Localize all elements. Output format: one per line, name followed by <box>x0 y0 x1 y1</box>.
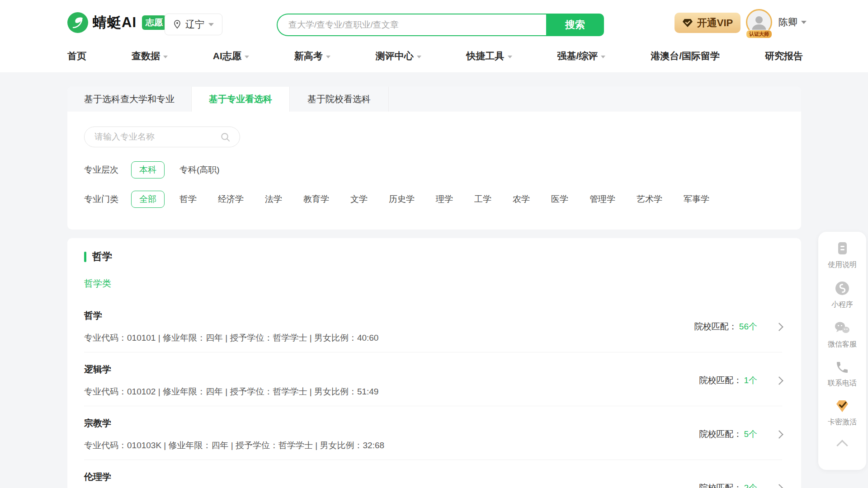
nav-item-report[interactable]: 研究报告 <box>765 50 803 62</box>
tab-by-college[interactable]: 基于院校看选科 <box>290 87 389 112</box>
nav-label: 测评中心 <box>376 50 414 62</box>
section-title: 哲学 <box>92 250 112 263</box>
level-option-benke[interactable]: 本科 <box>131 161 165 178</box>
category-option[interactable]: 艺术学 <box>637 193 662 205</box>
category-option[interactable]: 理学 <box>436 193 453 205</box>
level-filter-label: 专业层次 <box>84 164 124 176</box>
nav-item-data[interactable]: 查数据 <box>132 50 168 62</box>
level-option-zhuanke[interactable]: 专科(高职) <box>179 164 220 176</box>
category-option[interactable]: 医学 <box>551 193 568 205</box>
nav-label: 强基/综评 <box>557 50 598 62</box>
sidebar-item-wechat[interactable]: 微信客服 <box>828 320 857 349</box>
username: 陈卿 <box>778 16 797 28</box>
nav-label: 港澳台/国际留学 <box>651 50 720 62</box>
search-input[interactable] <box>277 14 546 36</box>
match-info[interactable]: 院校匹配： 56个 <box>694 321 782 333</box>
back-to-top-icon[interactable] <box>836 440 848 451</box>
chevron-right-icon <box>775 484 783 488</box>
match-info[interactable]: 院校匹配： 2个 <box>699 482 782 488</box>
major-details: 专业代码：010101 | 修业年限：四年 | 授予学位：哲学学士 | 男女比例… <box>84 332 378 344</box>
match-label: 院校匹配： <box>699 375 742 386</box>
nav-item-home[interactable]: 首页 <box>67 50 86 62</box>
search-button[interactable]: 搜索 <box>546 14 604 36</box>
nav-label: 新高考 <box>294 50 323 62</box>
chevron-down-icon <box>601 56 605 58</box>
nav-label: 首页 <box>67 50 86 62</box>
tab-bar-filler <box>389 87 801 112</box>
category-option[interactable]: 管理学 <box>590 193 615 205</box>
category-option[interactable]: 历史学 <box>389 193 415 205</box>
nav-item-gaokao[interactable]: 新高考 <box>294 50 330 62</box>
match-count: 1个 <box>744 375 757 386</box>
category-option[interactable]: 工学 <box>474 193 491 205</box>
chevron-down-icon <box>801 21 807 24</box>
nav-item-assessment[interactable]: 测评中心 <box>376 50 421 62</box>
nav-item-qiangji[interactable]: 强基/综评 <box>557 50 605 62</box>
nav-label: 查数据 <box>132 50 160 62</box>
sidebar-item-activation[interactable]: 卡密激活 <box>828 399 857 427</box>
major-details: 专业代码：010103K | 修业年限：四年 | 授予学位：哲学学士 | 男女比… <box>84 440 384 451</box>
sidebar-item-label: 联系电话 <box>828 379 857 388</box>
category-option[interactable]: 农学 <box>513 193 530 205</box>
major-search-input[interactable] <box>94 131 220 142</box>
category-option[interactable]: 哲学 <box>179 193 197 205</box>
sidebar-item-phone[interactable]: 联系电话 <box>828 360 857 388</box>
sidebar-item-label: 小程序 <box>831 300 853 310</box>
category-option-all[interactable]: 全部 <box>131 191 165 208</box>
sidebar-item-manual[interactable]: 使用说明 <box>828 241 857 270</box>
main-nav: 首页 查数据 AI志愿 新高考 测评中心 快捷工具 强基/综评 港澳台/国际留学… <box>67 50 803 62</box>
chevron-down-icon <box>417 56 421 58</box>
location-pin-icon <box>173 19 181 29</box>
sidebar-item-label: 卡密激活 <box>828 418 857 427</box>
global-search: 搜索 <box>277 14 604 36</box>
vip-diamond-icon <box>682 18 693 28</box>
tab-by-major[interactable]: 基于专业看选科 <box>192 87 290 112</box>
section-accent-bar <box>84 252 86 262</box>
major-info: 宗教学 专业代码：010103K | 修业年限：四年 | 授予学位：哲学学士 |… <box>84 417 384 451</box>
user-menu[interactable]: 认证大师 陈卿 <box>746 9 807 35</box>
match-info[interactable]: 院校匹配： 5个 <box>699 428 782 440</box>
sidebar-item-label: 微信客服 <box>828 340 857 349</box>
major-list-item[interactable]: 逻辑学 专业代码：010102 | 修业年限：四年 | 授予学位：哲学学士 | … <box>84 352 782 406</box>
nav-label: 研究报告 <box>765 50 803 62</box>
sidebar-item-miniprogram[interactable]: 小程序 <box>831 281 853 310</box>
major-list-item[interactable]: 宗教学 专业代码：010103K | 修业年限：四年 | 授予学位：哲学学士 |… <box>84 406 782 460</box>
major-list-item[interactable]: 哲学 专业代码：010101 | 修业年限：四年 | 授予学位：哲学学士 | 男… <box>84 299 782 352</box>
category-options: 哲学 经济学 法学 教育学 文学 历史学 理学 工学 农学 医学 管理学 艺术学… <box>179 193 709 205</box>
search-icon <box>220 132 231 142</box>
category-option[interactable]: 文学 <box>350 193 368 205</box>
card-activation-icon <box>835 399 850 413</box>
floating-toolbar: 使用说明 小程序 微信客服 联系电话 卡密激活 <box>818 232 866 470</box>
location-selector[interactable]: 辽宁 <box>165 14 222 35</box>
category-option[interactable]: 法学 <box>265 193 282 205</box>
nav-item-overseas[interactable]: 港澳台/国际留学 <box>651 50 720 62</box>
mini-program-icon <box>835 281 850 296</box>
tab-by-subject[interactable]: 基于选科查大学和专业 <box>67 87 192 112</box>
chevron-down-icon <box>245 56 249 58</box>
major-list-item[interactable]: 伦理学 专业代码：010104T | 修业年限：四年 | 授予学位：哲学学士 |… <box>84 460 782 488</box>
category-filter-label: 专业门类 <box>84 193 124 205</box>
open-vip-button[interactable]: 开通VIP <box>675 13 741 33</box>
category-option[interactable]: 经济学 <box>218 193 244 205</box>
nav-item-ai[interactable]: AI志愿 <box>213 50 249 62</box>
match-label: 院校匹配： <box>699 482 742 488</box>
match-info[interactable]: 院校匹配： 1个 <box>699 375 782 386</box>
nav-item-tools[interactable]: 快捷工具 <box>467 50 512 62</box>
filter-row-category: 专业门类 全部 哲学 经济学 法学 教育学 文学 历史学 理学 工学 农学 医学… <box>84 191 801 208</box>
major-info: 哲学 专业代码：010101 | 修业年限：四年 | 授予学位：哲学学士 | 男… <box>84 310 378 344</box>
major-name: 逻辑学 <box>84 363 378 375</box>
nav-label: AI志愿 <box>213 50 241 62</box>
major-group-title[interactable]: 哲学类 <box>84 277 782 290</box>
section-header: 哲学 <box>84 250 782 263</box>
chevron-down-icon <box>208 23 214 26</box>
tab-bar: 基于选科查大学和专业 基于专业看选科 基于院校看选科 <box>67 87 801 112</box>
major-details: 专业代码：010102 | 修业年限：四年 | 授予学位：哲学学士 | 男女比例… <box>84 386 378 398</box>
wechat-support-icon <box>834 320 851 336</box>
major-list: 哲学 专业代码：010101 | 修业年限：四年 | 授予学位：哲学学士 | 男… <box>84 299 782 488</box>
nav-label: 快捷工具 <box>467 50 505 62</box>
brand-logo[interactable]: 蜻蜓AI 志愿 <box>67 11 166 34</box>
chevron-down-icon <box>163 56 168 58</box>
match-count: 2个 <box>744 482 757 488</box>
category-option[interactable]: 教育学 <box>303 193 329 205</box>
category-option[interactable]: 军事学 <box>684 193 709 205</box>
